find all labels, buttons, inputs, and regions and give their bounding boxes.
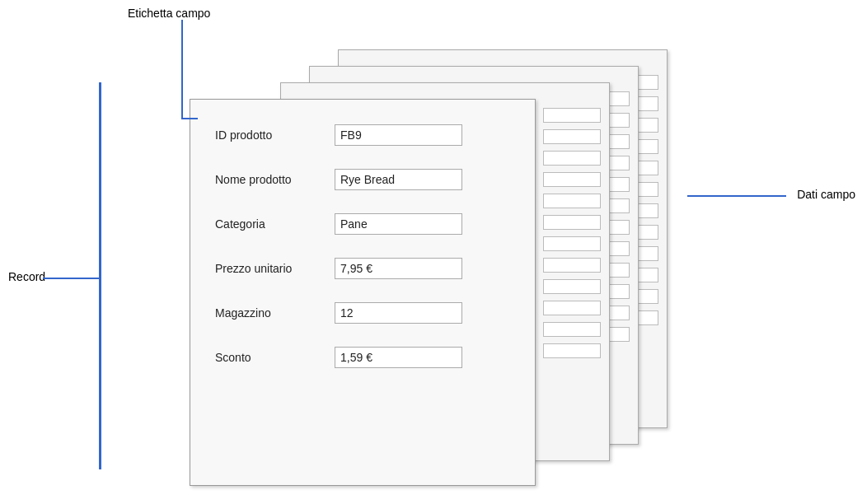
form-row-categoria: Categoria Pane <box>215 213 510 235</box>
mini-fields-2 <box>543 108 601 358</box>
mini-field <box>543 215 601 230</box>
value-nome-prodotto[interactable]: Rye Bread <box>335 169 462 190</box>
annotation-record: Record <box>8 270 45 283</box>
value-magazzino[interactable]: 12 <box>335 302 462 324</box>
form-row-prezzo: Prezzo unitario 7,95 € <box>215 258 510 279</box>
etichetta-campo-line-v <box>181 20 183 119</box>
form-content: ID prodotto FB9 Nome prodotto Rye Bread … <box>190 100 535 416</box>
label-prezzo-unitario: Prezzo unitario <box>215 262 335 275</box>
mini-field <box>543 258 601 273</box>
value-prezzo-unitario[interactable]: 7,95 € <box>335 258 462 279</box>
etichetta-campo-line-h <box>181 118 198 119</box>
form-row-sconto: Sconto 1,59 € <box>215 347 510 368</box>
mini-field <box>543 301 601 315</box>
mini-field <box>543 279 601 294</box>
etichetta-campo-label: Etichetta campo <box>128 7 210 20</box>
dati-campo-line-h <box>687 195 786 197</box>
value-categoria[interactable]: Pane <box>335 213 462 235</box>
front-card: ID prodotto FB9 Nome prodotto Rye Bread … <box>190 99 536 486</box>
mini-field <box>543 343 601 358</box>
label-magazzino: Magazzino <box>215 306 335 320</box>
label-nome-prodotto: Nome prodotto <box>215 173 335 186</box>
record-indicator-line <box>99 82 101 469</box>
annotation-etichetta-campo: Etichetta campo <box>128 7 210 20</box>
mini-field <box>543 129 601 144</box>
form-row-nome: Nome prodotto Rye Bread <box>215 169 510 190</box>
value-id-prodotto[interactable]: FB9 <box>335 124 462 146</box>
record-label: Record <box>8 270 45 283</box>
mini-field <box>543 322 601 337</box>
record-line-h <box>43 278 99 279</box>
mini-field <box>543 108 601 123</box>
mini-field <box>543 194 601 208</box>
mini-field <box>543 236 601 251</box>
form-row-id: ID prodotto FB9 <box>215 124 510 146</box>
annotation-dati-campo: Dati campo <box>797 188 855 201</box>
form-row-magazzino: Magazzino 12 <box>215 302 510 324</box>
value-sconto[interactable]: 1,59 € <box>335 347 462 368</box>
label-categoria: Categoria <box>215 217 335 231</box>
mini-field <box>543 151 601 166</box>
label-id-prodotto: ID prodotto <box>215 128 335 142</box>
dati-campo-label: Dati campo <box>797 188 855 201</box>
mini-field <box>543 172 601 187</box>
label-sconto: Sconto <box>215 351 335 364</box>
